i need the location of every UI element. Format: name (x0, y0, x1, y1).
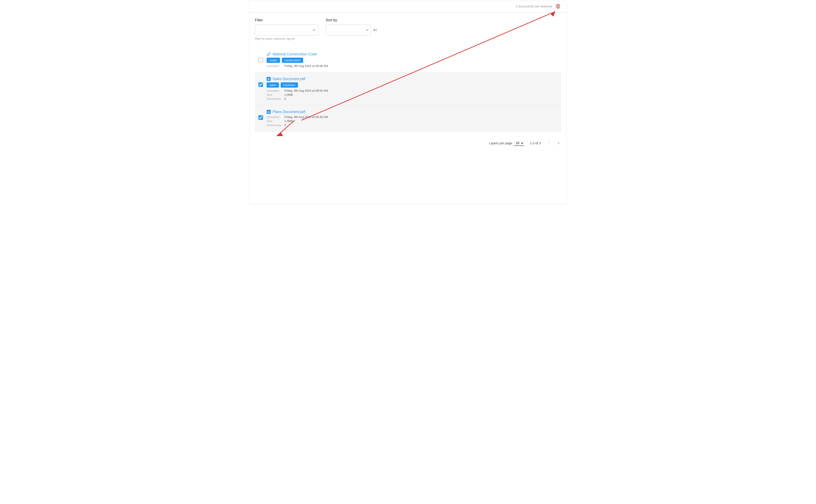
filter-section: Filter ✕ Filter by name, extension, tag … (255, 18, 318, 40)
sort-label: Sort by (326, 18, 378, 22)
table-row: Sales Document.pdf sales business Upload… (255, 72, 561, 105)
doc-2-name: Sales Document.pdf (273, 77, 305, 81)
checkbox-wrap (258, 110, 263, 120)
doc-2-meta: Uploaded Friday, 9th Aug 2024 at 09:05 A… (267, 89, 558, 101)
filter-input[interactable] (257, 28, 312, 32)
upload-cloud-icon (267, 77, 271, 81)
tag-sales[interactable]: sales (267, 82, 279, 88)
doc-1-uploaded-row: Uploaded Friday, 9th Aug 2024 at 09:06 A… (267, 64, 558, 68)
documents-list: National Construction Code codes constru… (255, 48, 561, 132)
layers-per-page: Layers per page 10 25 50 (489, 140, 524, 146)
filter-hint: Filter by name, extension, tag etc (255, 37, 318, 40)
table-row: National Construction Code codes constru… (255, 48, 561, 72)
sort-section: Sort by Name Date Size ≡↑ (326, 18, 378, 35)
link-icon (267, 52, 271, 56)
downloads-label-2: Downloads (267, 97, 283, 101)
downloads-label-3: Downloads (267, 123, 283, 127)
doc-2-downloads-value: 0 (284, 97, 286, 101)
clear-filter-icon[interactable]: ✕ (312, 27, 316, 33)
doc-3-checkbox[interactable] (258, 115, 263, 120)
checkbox-wrap (258, 52, 263, 62)
doc-2-tags: sales business (267, 82, 558, 88)
doc-3-downloads-value: 0 (284, 123, 286, 127)
doc-2-info: Sales Document.pdf sales business Upload… (267, 77, 558, 101)
upload-cloud-icon-2 (267, 110, 271, 114)
tag-construction[interactable]: construction (282, 58, 303, 63)
prev-page-button[interactable]: ‹ (547, 140, 552, 146)
next-icon: › (558, 141, 559, 145)
doc-2-uploaded-row: Uploaded Friday, 9th Aug 2024 at 09:05 A… (267, 89, 558, 92)
doc-2-downloads-row: Downloads 0 (267, 97, 558, 101)
sort-select-wrap: Name Date Size ≡↑ (326, 25, 378, 35)
layers-per-page-label: Layers per page (489, 141, 512, 145)
tag-codes[interactable]: codes (267, 58, 280, 63)
doc-3-size-row: Size 1.0MB (267, 119, 558, 123)
table-row: Plans Document.pdf Uploaded Friday, 9th … (255, 105, 561, 132)
doc-2-uploaded-value: Friday, 9th Aug 2024 at 09:05 AM (284, 89, 328, 92)
doc-2-checkbox[interactable] (258, 82, 263, 87)
doc-2-size-value: 1.0MB (284, 93, 293, 96)
doc-1-info: National Construction Code codes constru… (267, 52, 558, 68)
prev-icon: ‹ (548, 141, 550, 145)
uploaded-label-2: Uploaded (267, 89, 283, 92)
size-label-3: Size (267, 119, 283, 123)
doc-1-uploaded-value: Friday, 9th Aug 2024 at 09:06 AM (284, 64, 328, 68)
doc-1-name: National Construction Code (273, 52, 317, 56)
doc-3-size-value: 1.0MB (284, 119, 293, 123)
sort-order-icon[interactable]: ≡↑ (373, 28, 378, 32)
pagination-info: 1-3 of 3 (528, 141, 542, 145)
next-page-button[interactable]: › (556, 140, 561, 146)
main-content: Filter ✕ Filter by name, extension, tag … (249, 13, 567, 135)
top-bar: 2 documents are selected (249, 0, 567, 13)
filter-input-wrap: ✕ (255, 25, 318, 35)
uploaded-label-3: Uploaded (267, 115, 283, 119)
page-wrapper: 2 documents are selected Filter ✕ Filter… (249, 0, 567, 204)
trash-icon (556, 4, 560, 9)
doc-3-info: Plans Document.pdf Uploaded Friday, 9th … (267, 110, 558, 127)
doc-2-size-row: Size 1.0MB (267, 93, 558, 96)
doc-1-meta: Uploaded Friday, 9th Aug 2024 at 09:06 A… (267, 64, 558, 68)
doc-1-checkbox[interactable] (258, 58, 263, 62)
per-page-select[interactable]: 10 25 50 (514, 140, 524, 146)
sort-select[interactable]: Name Date Size (326, 25, 371, 35)
delete-selected-button[interactable] (555, 3, 561, 10)
doc-1-tags: codes construction (267, 58, 558, 63)
doc-3-title[interactable]: Plans Document.pdf (267, 110, 558, 114)
doc-3-uploaded-value: Friday, 9th Aug 2024 at 08:40 AM (284, 115, 328, 119)
checkbox-wrap (258, 77, 263, 87)
tag-business[interactable]: business (281, 82, 298, 88)
doc-3-meta: Uploaded Friday, 9th Aug 2024 at 08:40 A… (267, 115, 558, 127)
filter-label: Filter (255, 18, 318, 22)
uploaded-label: Uploaded (267, 64, 283, 68)
doc-1-title[interactable]: National Construction Code (267, 52, 558, 56)
filter-sort-row: Filter ✕ Filter by name, extension, tag … (255, 18, 561, 40)
footer-row: Layers per page 10 25 50 1-3 of 3 ‹ › (249, 135, 567, 151)
doc-3-downloads-row: Downloads 0 (267, 123, 558, 127)
doc-3-name: Plans Document.pdf (273, 110, 305, 114)
doc-3-uploaded-row: Uploaded Friday, 9th Aug 2024 at 08:40 A… (267, 115, 558, 119)
selected-count: 2 documents are selected (516, 5, 552, 8)
doc-2-title[interactable]: Sales Document.pdf (267, 77, 558, 81)
size-label-2: Size (267, 93, 283, 96)
